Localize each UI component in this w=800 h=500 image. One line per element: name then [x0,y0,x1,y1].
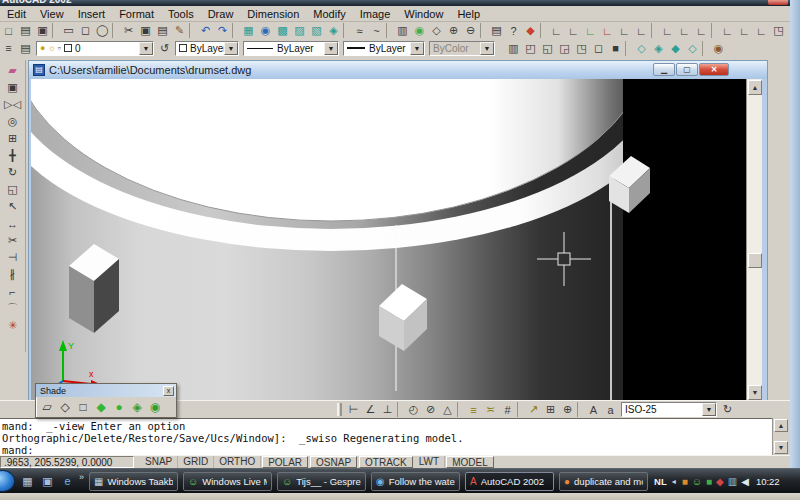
etransmit-icon[interactable]: ▧ [308,23,325,38]
properties-icon[interactable]: ▤ [488,23,505,38]
status-toggle[interactable]: SNAP [140,456,178,468]
dropdown-arrow-icon[interactable]: ▼ [324,42,338,55]
status-toggle[interactable]: LWT [414,456,445,468]
dim-radius-icon[interactable]: ◴ [405,402,422,417]
new-icon[interactable]: □ [0,23,17,38]
view-nwiso-icon[interactable]: ◇ [684,41,701,56]
dim-linear-icon[interactable]: ⊢ [345,402,362,417]
minimize-icon[interactable]: ▁ [653,63,675,76]
named-views-icon[interactable]: ▥ [505,41,522,56]
taskbar-button[interactable]: ☺ Tijs__ - Gesprek [277,472,366,491]
dim-style-control[interactable]: ISO-25 ▼ [621,402,717,417]
shade-gouraud-edges-icon[interactable]: ◉ [146,399,164,415]
publish-web-icon[interactable]: ▨ [291,23,308,38]
menu-item[interactable]: View [33,7,71,21]
shade-hidden-icon[interactable]: □ [74,399,92,415]
make-layer-current-icon[interactable]: ≡ [0,41,17,56]
messenger-tray-icon[interactable]: ☺ [692,476,702,487]
shade-flat-icon[interactable]: ◆ [92,399,110,415]
scale-icon[interactable]: ◱ [3,181,23,198]
dim-aligned-icon[interactable]: ∠ [362,402,379,417]
help-icon[interactable]: ? [505,23,522,38]
spline-edit-icon[interactable]: ~ [368,23,385,38]
security-tray-icon[interactable]: ◆ [716,476,724,487]
scroll-up-icon[interactable]: ▲ [748,80,762,95]
match-properties-icon[interactable]: ✎ [171,23,188,38]
shade-gouraud-icon[interactable]: ● [110,399,128,415]
linetype-control[interactable]: ByLayer ▼ [243,41,339,56]
status-tray-icon[interactable]: ■ [706,476,712,487]
status-toggle[interactable]: ORTHO [214,456,261,468]
layer-previous-icon[interactable]: ↺ [156,41,173,56]
dropdown-arrow-icon[interactable]: ▼ [702,403,716,416]
menu-item[interactable]: Modify [306,7,352,21]
alert-tray-icon[interactable]: ■ [682,476,688,487]
menu-item[interactable]: Help [450,7,487,21]
trim-icon[interactable]: ✂ [3,232,23,249]
taskbar-button[interactable]: ◉ Follow the water. ... [371,472,460,491]
dim-leader-icon[interactable]: ↗ [525,402,542,417]
polyline-edit-icon[interactable]: ≈ [351,23,368,38]
view-seiso-icon[interactable]: ◈ [650,41,667,56]
fillet-icon[interactable]: ⌒ [3,300,23,317]
layer-control[interactable]: ● ☼ ▫ 0 ▼ [36,41,154,56]
close-icon[interactable]: x [163,386,174,396]
ucs-zaxis-icon[interactable]: ∟ [659,23,676,38]
redline-icon[interactable]: ▥ [394,23,411,38]
taskbar-clock[interactable]: 10:22 [756,476,780,487]
menu-item[interactable]: Window [397,7,450,21]
cut-icon[interactable]: ✂ [120,23,137,38]
taskbar-button[interactable]: ▦ Windows Taakbeh... [89,472,178,491]
print-icon[interactable]: ▭ [60,23,77,38]
close-icon[interactable]: ✕ [699,63,729,76]
paste-icon[interactable]: ▤ [154,23,171,38]
explode-icon[interactable]: ✳ [3,317,23,334]
array-icon[interactable]: ⊞ [3,130,23,147]
dropdown-arrow-icon[interactable]: ▼ [224,42,238,55]
status-toggle[interactable]: POLAR [262,456,308,468]
meet-now-icon[interactable]: ◈ [325,23,342,38]
ucs-origin-icon[interactable]: ∟ [633,23,650,38]
command-line[interactable]: mand: _-view Enter an option Orthographi… [0,418,772,455]
collapse-tray-icon[interactable]: ◂ [672,477,676,486]
internet-explorer-icon[interactable]: e [60,474,75,489]
ucs-3point-icon[interactable]: ∟ [676,23,693,38]
ucs-apply-icon[interactable]: ∟ [753,23,770,38]
view-swiso-icon[interactable]: ◇ [633,41,650,56]
scroll-up-icon[interactable]: ▲ [774,419,788,432]
start-button[interactable] [0,470,15,492]
app-close-icon[interactable] [768,0,788,5]
shade-toolbar[interactable]: Shade x ▱◇□◆●◈◉ [35,383,177,418]
dim-center-mark-icon[interactable]: ⊕ [559,402,576,417]
break-icon[interactable]: ∦ [3,266,23,283]
menu-item[interactable]: Edit [0,7,33,21]
shade-flat-edges-icon[interactable]: ◈ [128,399,146,415]
shade-2d-wireframe-icon[interactable]: ▱ [38,399,56,415]
status-toggle[interactable]: OTRACK [359,456,413,468]
view-neiso-icon[interactable]: ◆ [667,41,684,56]
command-scrollbar[interactable]: ▲ ▼ [772,418,790,455]
zoom-out-icon[interactable]: ⊖ [462,23,479,38]
toolbar-grip[interactable] [337,403,342,416]
dim-angular-icon[interactable]: △ [439,402,456,417]
shade-toolbar-titlebar[interactable]: Shade x [36,384,176,397]
view-top-icon[interactable]: ◰ [522,41,539,56]
stretch-icon[interactable]: ↖ [3,198,23,215]
dim-edit-icon[interactable]: A [585,402,602,417]
view-right-icon[interactable]: ◳ [573,41,590,56]
show-desktop-icon[interactable]: ▦ [20,474,35,489]
ucs-object-icon[interactable]: ∟ [582,23,599,38]
taskbar-button[interactable]: ☺ Windows Live Me... [183,472,272,491]
status-toggle[interactable]: GRID [178,456,214,468]
open-icon[interactable]: ▤ [17,23,34,38]
dim-diameter-icon[interactable]: ⊘ [422,402,439,417]
find-icon[interactable]: ◯ [94,23,111,38]
scroll-down-icon[interactable]: ▼ [774,441,788,454]
view-bottom-icon[interactable]: ◱ [539,41,556,56]
dropdown-arrow-icon[interactable]: ▼ [410,42,424,55]
menu-item[interactable]: Image [353,7,398,21]
shade-3d-wireframe-icon[interactable]: ◇ [56,399,74,415]
copy-object-icon[interactable]: ▣ [3,79,23,96]
taskbar-button[interactable]: A AutoCAD 2002 [465,472,554,491]
menu-item[interactable]: Format [112,7,161,21]
